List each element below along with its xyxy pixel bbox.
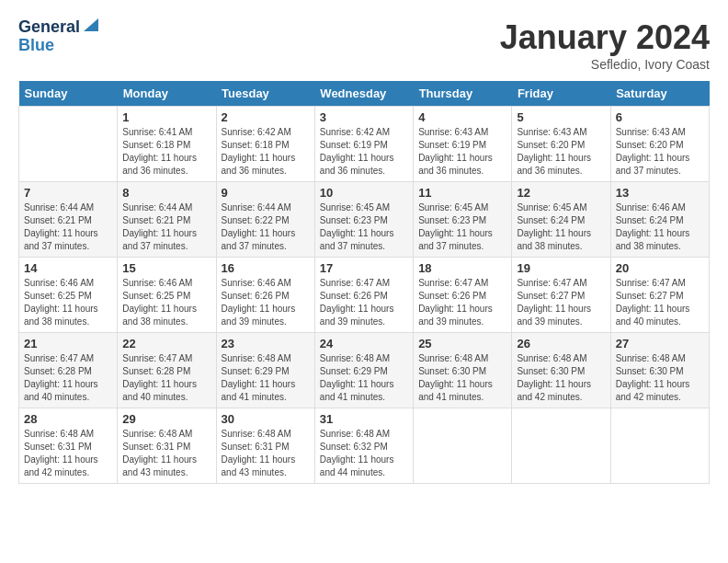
table-row: 12Sunrise: 6:45 AM Sunset: 6:24 PM Dayli…: [512, 182, 610, 258]
calendar-week-2: 14Sunrise: 6:46 AM Sunset: 6:25 PM Dayli…: [19, 258, 710, 333]
day-info: Sunrise: 6:47 AM Sunset: 6:28 PM Dayligh…: [122, 352, 210, 404]
day-info: Sunrise: 6:47 AM Sunset: 6:26 PM Dayligh…: [418, 277, 506, 328]
table-row: 16Sunrise: 6:46 AM Sunset: 6:26 PM Dayli…: [216, 258, 314, 333]
table-row: 4Sunrise: 6:43 AM Sunset: 6:19 PM Daylig…: [414, 107, 512, 182]
day-number: 10: [320, 186, 408, 200]
header-sunday: Sunday: [19, 81, 118, 107]
day-number: 29: [122, 412, 210, 426]
header-monday: Monday: [118, 81, 216, 107]
table-row: 29Sunrise: 6:48 AM Sunset: 6:31 PM Dayli…: [118, 408, 216, 484]
day-info: Sunrise: 6:45 AM Sunset: 6:23 PM Dayligh…: [320, 201, 408, 253]
day-number: 11: [418, 186, 506, 200]
header-saturday: Saturday: [610, 81, 709, 107]
day-number: 24: [320, 337, 408, 350]
day-number: 8: [122, 186, 210, 200]
calendar-header-row: Sunday Monday Tuesday Wednesday Thursday…: [19, 81, 710, 107]
day-info: Sunrise: 6:46 AM Sunset: 6:26 PM Dayligh…: [222, 277, 310, 328]
day-number: 3: [320, 110, 408, 124]
day-number: 23: [222, 337, 310, 350]
table-row: 27Sunrise: 6:48 AM Sunset: 6:30 PM Dayli…: [610, 333, 709, 408]
day-info: Sunrise: 6:47 AM Sunset: 6:28 PM Dayligh…: [24, 352, 112, 404]
table-row: 11Sunrise: 6:45 AM Sunset: 6:23 PM Dayli…: [414, 182, 512, 258]
table-row: 1Sunrise: 6:41 AM Sunset: 6:18 PM Daylig…: [118, 107, 216, 182]
table-row: [19, 107, 118, 182]
header-tuesday: Tuesday: [216, 81, 314, 107]
table-row: 19Sunrise: 6:47 AM Sunset: 6:27 PM Dayli…: [512, 258, 610, 333]
table-row: 26Sunrise: 6:48 AM Sunset: 6:30 PM Dayli…: [512, 333, 610, 408]
table-row: 10Sunrise: 6:45 AM Sunset: 6:23 PM Dayli…: [314, 182, 413, 258]
day-number: 30: [222, 412, 310, 426]
title-section: January 2024 Sefledio, Ivory Coast: [500, 18, 710, 72]
day-info: Sunrise: 6:48 AM Sunset: 6:30 PM Dayligh…: [616, 352, 704, 404]
day-info: Sunrise: 6:48 AM Sunset: 6:30 PM Dayligh…: [517, 352, 605, 404]
logo: General Blue: [18, 18, 100, 55]
day-info: Sunrise: 6:46 AM Sunset: 6:25 PM Dayligh…: [122, 277, 210, 328]
subtitle: Sefledio, Ivory Coast: [500, 57, 710, 72]
table-row: 24Sunrise: 6:48 AM Sunset: 6:29 PM Dayli…: [314, 333, 413, 408]
day-number: 5: [517, 110, 605, 124]
table-row: 20Sunrise: 6:47 AM Sunset: 6:27 PM Dayli…: [610, 258, 709, 333]
day-number: 25: [418, 337, 506, 350]
day-number: 13: [616, 186, 704, 200]
logo-text-blue: Blue: [18, 37, 54, 55]
table-row: [512, 408, 610, 484]
calendar-week-3: 21Sunrise: 6:47 AM Sunset: 6:28 PM Dayli…: [19, 333, 710, 408]
day-info: Sunrise: 6:48 AM Sunset: 6:32 PM Dayligh…: [320, 428, 408, 479]
day-info: Sunrise: 6:46 AM Sunset: 6:25 PM Dayligh…: [24, 277, 112, 328]
day-number: 15: [122, 261, 210, 275]
table-row: 9Sunrise: 6:44 AM Sunset: 6:22 PM Daylig…: [216, 182, 314, 258]
day-number: 6: [616, 110, 704, 124]
table-row: 21Sunrise: 6:47 AM Sunset: 6:28 PM Dayli…: [19, 333, 118, 408]
table-row: [414, 408, 512, 484]
day-number: 16: [222, 261, 310, 275]
table-row: 28Sunrise: 6:48 AM Sunset: 6:31 PM Dayli…: [19, 408, 118, 484]
table-row: 3Sunrise: 6:42 AM Sunset: 6:19 PM Daylig…: [314, 107, 413, 182]
day-info: Sunrise: 6:46 AM Sunset: 6:24 PM Dayligh…: [616, 201, 704, 253]
day-number: 7: [24, 186, 112, 200]
svg-marker-0: [84, 18, 98, 31]
table-row: 17Sunrise: 6:47 AM Sunset: 6:26 PM Dayli…: [314, 258, 413, 333]
table-row: 5Sunrise: 6:43 AM Sunset: 6:20 PM Daylig…: [512, 107, 610, 182]
day-info: Sunrise: 6:48 AM Sunset: 6:29 PM Dayligh…: [222, 352, 310, 404]
day-info: Sunrise: 6:48 AM Sunset: 6:31 PM Dayligh…: [222, 428, 310, 479]
day-info: Sunrise: 6:41 AM Sunset: 6:18 PM Dayligh…: [122, 126, 210, 178]
day-info: Sunrise: 6:47 AM Sunset: 6:26 PM Dayligh…: [320, 277, 408, 328]
day-info: Sunrise: 6:45 AM Sunset: 6:24 PM Dayligh…: [517, 201, 605, 253]
day-info: Sunrise: 6:47 AM Sunset: 6:27 PM Dayligh…: [616, 277, 704, 328]
table-row: 13Sunrise: 6:46 AM Sunset: 6:24 PM Dayli…: [610, 182, 709, 258]
day-info: Sunrise: 6:44 AM Sunset: 6:21 PM Dayligh…: [24, 201, 112, 253]
header-wednesday: Wednesday: [314, 81, 413, 107]
table-row: [610, 408, 709, 484]
day-number: 1: [122, 110, 210, 124]
day-info: Sunrise: 6:48 AM Sunset: 6:30 PM Dayligh…: [418, 352, 506, 404]
day-info: Sunrise: 6:45 AM Sunset: 6:23 PM Dayligh…: [418, 201, 506, 253]
table-row: 6Sunrise: 6:43 AM Sunset: 6:20 PM Daylig…: [610, 107, 709, 182]
day-number: 2: [222, 110, 310, 124]
calendar-table: Sunday Monday Tuesday Wednesday Thursday…: [18, 81, 710, 484]
day-number: 14: [24, 261, 112, 275]
table-row: 7Sunrise: 6:44 AM Sunset: 6:21 PM Daylig…: [19, 182, 118, 258]
day-number: 22: [122, 337, 210, 350]
day-info: Sunrise: 6:43 AM Sunset: 6:19 PM Dayligh…: [418, 126, 506, 178]
logo-icon: [82, 15, 100, 33]
table-row: 18Sunrise: 6:47 AM Sunset: 6:26 PM Dayli…: [414, 258, 512, 333]
table-row: 2Sunrise: 6:42 AM Sunset: 6:18 PM Daylig…: [216, 107, 314, 182]
day-number: 4: [418, 110, 506, 124]
day-info: Sunrise: 6:47 AM Sunset: 6:27 PM Dayligh…: [517, 277, 605, 328]
day-number: 12: [517, 186, 605, 200]
day-info: Sunrise: 6:42 AM Sunset: 6:19 PM Dayligh…: [320, 126, 408, 178]
logo-text-general: General: [18, 18, 80, 37]
table-row: 30Sunrise: 6:48 AM Sunset: 6:31 PM Dayli…: [216, 408, 314, 484]
day-info: Sunrise: 6:48 AM Sunset: 6:31 PM Dayligh…: [122, 428, 210, 479]
day-number: 21: [24, 337, 112, 350]
day-number: 9: [222, 186, 310, 200]
day-number: 18: [418, 261, 506, 275]
day-number: 26: [517, 337, 605, 350]
day-number: 20: [616, 261, 704, 275]
day-info: Sunrise: 6:43 AM Sunset: 6:20 PM Dayligh…: [517, 126, 605, 178]
calendar-week-0: 1Sunrise: 6:41 AM Sunset: 6:18 PM Daylig…: [19, 107, 710, 182]
page-header: General Blue January 2024 Sefledio, Ivor…: [18, 18, 710, 72]
table-row: 31Sunrise: 6:48 AM Sunset: 6:32 PM Dayli…: [314, 408, 413, 484]
calendar-week-1: 7Sunrise: 6:44 AM Sunset: 6:21 PM Daylig…: [19, 182, 710, 258]
table-row: 8Sunrise: 6:44 AM Sunset: 6:21 PM Daylig…: [118, 182, 216, 258]
